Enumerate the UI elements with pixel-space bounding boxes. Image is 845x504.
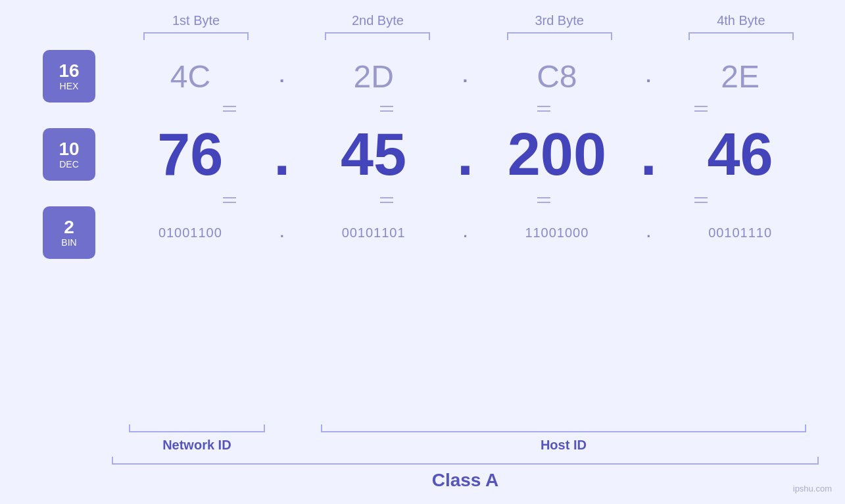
bin-dot-3: . bbox=[635, 224, 662, 241]
hex-value-1: 4C bbox=[170, 59, 210, 94]
bin-value-2: 00101101 bbox=[342, 225, 406, 240]
hex-dot-2: . bbox=[452, 66, 479, 87]
hex-value-4: 2E bbox=[721, 59, 760, 94]
bin-value-4: 00101110 bbox=[708, 225, 772, 240]
bin-value-1: 01001100 bbox=[158, 225, 222, 240]
bracket-top-2 bbox=[325, 32, 430, 40]
bracket-top-4 bbox=[688, 32, 794, 40]
dec-dot-2: . bbox=[457, 122, 473, 187]
equals-6 bbox=[380, 197, 393, 203]
bracket-top-3 bbox=[507, 32, 612, 40]
dec-badge: 10 DEC bbox=[43, 128, 95, 181]
dec-dot-3: . bbox=[640, 122, 657, 187]
bin-badge: 2 BIN bbox=[43, 206, 95, 259]
bin-value-3: 11001000 bbox=[525, 225, 589, 240]
watermark: ipshu.com bbox=[793, 484, 832, 493]
hex-badge: 16 HEX bbox=[43, 50, 95, 103]
hex-dot-1: . bbox=[269, 66, 295, 87]
dec-value-2: 45 bbox=[341, 122, 406, 187]
host-id-label: Host ID bbox=[541, 438, 587, 453]
dec-value-4: 46 bbox=[708, 122, 773, 187]
dec-value-3: 200 bbox=[508, 122, 606, 187]
class-label: Class A bbox=[432, 470, 499, 491]
hex-value-2: 2D bbox=[353, 59, 393, 94]
equals-5 bbox=[223, 197, 236, 203]
hex-dot-3: . bbox=[635, 66, 662, 87]
dec-value-1: 76 bbox=[157, 122, 223, 187]
equals-3 bbox=[537, 106, 550, 112]
byte-header-3: 3rd Byte bbox=[482, 13, 637, 32]
bin-dot-2: . bbox=[452, 224, 479, 241]
equals-7 bbox=[537, 197, 550, 203]
byte-header-2: 2nd Byte bbox=[300, 13, 455, 32]
equals-8 bbox=[694, 197, 708, 203]
bin-dot-1: . bbox=[269, 224, 295, 241]
byte-header-4: 4th Byte bbox=[664, 13, 819, 32]
hex-value-3: C8 bbox=[537, 59, 577, 94]
bracket-top-1 bbox=[143, 32, 249, 40]
network-id-label: Network ID bbox=[162, 438, 231, 453]
equals-4 bbox=[694, 106, 708, 112]
byte-header-1: 1st Byte bbox=[118, 13, 274, 32]
dec-dot-1: . bbox=[274, 122, 290, 187]
equals-2 bbox=[380, 106, 393, 112]
equals-1 bbox=[223, 106, 236, 112]
